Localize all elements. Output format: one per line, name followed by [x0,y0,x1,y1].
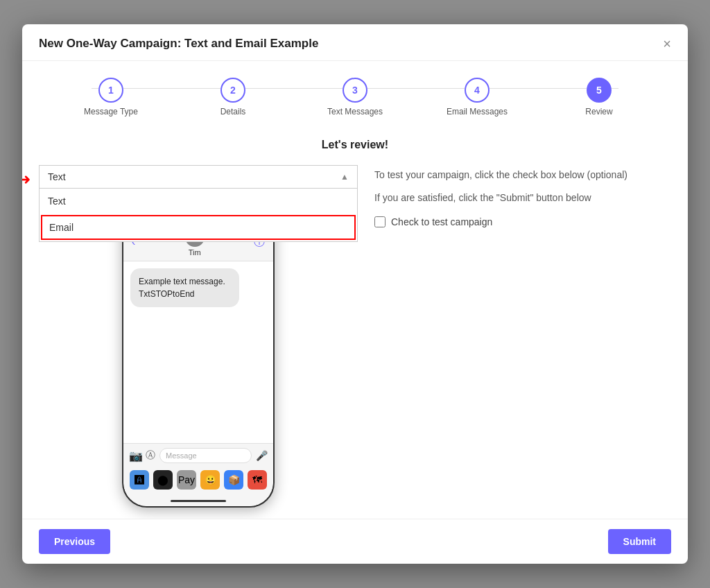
phone-mockup: ‹ T Tim ⓘ [122,202,275,508]
app-icon-a: Ⓐ [146,449,155,462]
step-circle-3: 3 [343,78,367,103]
modal-header: New One-Way Campaign: Text and Email Exa… [22,24,688,61]
app-icon-dark: ⬤ [153,470,173,490]
dropdown-container: ➜ Text ▲ Text Email [39,165,358,189]
phone-app-row: 🅰 ⬤ Pay 😀 📦 🗺 [123,467,273,495]
step-circle-2: 2 [220,78,245,103]
submit-button[interactable]: Submit [608,529,671,554]
phone-messages: Example text message.TxtSTOPtoEnd [123,261,273,443]
dropdown-list: Text Email [39,189,358,242]
review-hint-1: To test your campaign, click the check b… [374,168,671,182]
stepper: 1 Message Type 2 Details 3 Text Messages… [22,61,688,128]
close-button[interactable]: × [663,37,671,51]
dropdown-item-email[interactable]: Email [41,215,356,240]
app-icon-box: 📦 [224,470,243,490]
content-area: ➜ Text ▲ Text Email [39,165,671,508]
previous-button[interactable]: Previous [39,529,110,554]
step-2: 2 Details [172,78,294,116]
app-icon-emoji: 😀 [200,470,220,490]
phone-inner: ‹ T Tim ⓘ [123,204,273,506]
phone-bottom-bar: 📷 Ⓐ Message 🎤 [123,443,273,506]
dropdown-selected[interactable]: Text ▲ [39,165,358,189]
step-5: 5 Review [538,78,660,116]
step-circle-4: 4 [465,78,490,103]
step-label-2: Details [220,107,246,116]
step-circle-5: 5 [587,78,612,103]
step-3: 3 Text Messages [294,78,416,116]
step-label-3: Text Messages [327,107,383,116]
red-arrow-indicator: ➜ [22,171,31,189]
app-icon-map: 🗺 [248,470,267,490]
phone-message-input[interactable]: Message [159,448,252,463]
chevron-down-icon: ▲ [340,172,349,182]
dropdown-selected-text: Text [48,171,66,182]
phone-wrapper: ‹ T Tim ⓘ [39,202,358,508]
step-label-5: Review [585,107,612,116]
review-title: Let's review! [39,139,671,151]
dropdown-item-text[interactable]: Text [40,189,357,214]
home-bar [171,500,226,502]
step-label-1: Message Type [84,107,138,116]
camera-icon: 📷 [129,449,143,462]
phone-input-row: 📷 Ⓐ Message 🎤 [123,444,273,467]
modal-body: Let's review! ➜ Text ▲ Text Email [22,128,688,519]
left-panel: ➜ Text ▲ Text Email [39,165,358,508]
step-circle-1: 1 [98,78,123,103]
modal-footer: Previous Submit [22,519,688,564]
step-4: 4 Email Messages [416,78,538,116]
step-1: 1 Message Type [50,78,172,116]
modal-title: New One-Way Campaign: Text and Email Exa… [39,37,318,51]
checkbox-label: Check to test campaign [391,216,492,227]
message-bubble: Example text message.TxtSTOPtoEnd [130,268,239,307]
campaign-modal: New One-Way Campaign: Text and Email Exa… [22,24,688,564]
phone-home-indicator [123,495,273,506]
phone-message-placeholder: Message [166,451,197,460]
app-icon-pay: Pay [177,470,196,490]
right-panel: To test your campaign, click the check b… [374,165,671,227]
test-campaign-checkbox[interactable] [374,216,386,227]
contact-name: Tim [189,248,201,257]
mic-icon: 🎤 [256,450,268,461]
step-label-4: Email Messages [447,107,508,116]
checkbox-row: Check to test campaign [374,216,671,227]
review-hint-2: If you are satisfied, click the "Submit"… [374,191,671,205]
phone-input-icons: 📷 Ⓐ [129,449,155,462]
app-icon-store: 🅰 [130,470,149,490]
